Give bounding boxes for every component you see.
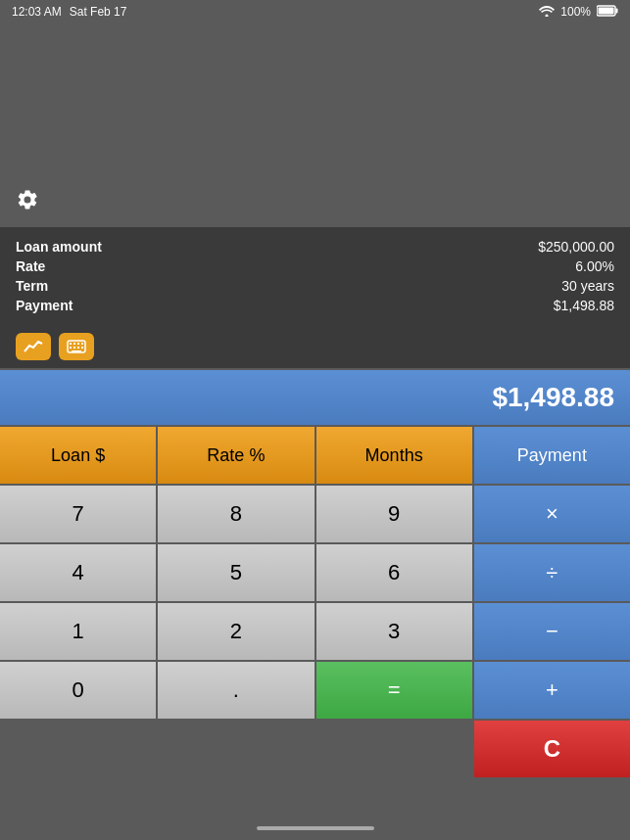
- wifi-icon: [539, 5, 555, 20]
- svg-rect-9: [70, 347, 72, 349]
- empty-cell-1: [158, 721, 314, 777]
- chart-icon-btn[interactable]: [16, 333, 51, 360]
- op-btn-+[interactable]: +: [474, 662, 630, 719]
- empty-cell-0: [0, 721, 156, 777]
- status-right: 100%: [539, 5, 618, 20]
- num-btn-4[interactable]: 4: [0, 544, 156, 601]
- num-btn-dot[interactable]: .: [158, 662, 314, 719]
- num-btn-0[interactable]: 0: [0, 662, 156, 719]
- gear-button[interactable]: [16, 188, 39, 215]
- result-bar: $1,498.88: [0, 370, 630, 425]
- header-btn-months[interactable]: Months: [316, 427, 472, 484]
- icon-row: [0, 325, 630, 368]
- svg-rect-13: [72, 350, 81, 352]
- info-label: Rate: [16, 258, 45, 274]
- info-row: Payment $1,498.88: [16, 296, 614, 315]
- svg-rect-7: [77, 343, 79, 345]
- svg-rect-6: [73, 343, 75, 345]
- svg-point-0: [546, 14, 549, 17]
- calc-grid: Loan $Rate %MonthsPayment789×456÷123−0.=…: [0, 427, 630, 777]
- svg-rect-5: [70, 343, 72, 345]
- op-btn-×[interactable]: ×: [474, 486, 630, 542]
- op-btn-−[interactable]: −: [474, 603, 630, 660]
- svg-rect-12: [81, 347, 83, 349]
- settings-area: [0, 180, 630, 223]
- clear-btn[interactable]: C: [474, 721, 630, 777]
- num-btn-6[interactable]: 6: [316, 544, 472, 601]
- status-time: 12:03 AM: [12, 5, 62, 19]
- chart-icon: [24, 339, 43, 354]
- num-btn-9[interactable]: 9: [316, 486, 472, 542]
- svg-rect-2: [616, 8, 618, 13]
- info-row: Loan amount $250,000.00: [16, 237, 614, 257]
- battery-label: 100%: [560, 5, 591, 19]
- info-value: $1,498.88: [554, 298, 614, 313]
- info-row: Term 30 years: [16, 276, 614, 296]
- header-btn-loan[interactable]: Loan $: [0, 427, 156, 484]
- result-value: $1,498.88: [492, 382, 614, 412]
- info-label: Term: [16, 278, 48, 294]
- num-btn-1[interactable]: 1: [0, 603, 156, 660]
- gear-icon: [16, 188, 39, 211]
- status-date: Sat Feb 17: [70, 5, 127, 19]
- info-panel: Loan amount $250,000.00 Rate 6.00% Term …: [0, 227, 630, 325]
- num-btn-5[interactable]: 5: [158, 544, 314, 601]
- status-bar: 12:03 AM Sat Feb 17 100%: [0, 0, 630, 23]
- num-btn-3[interactable]: 3: [316, 603, 472, 660]
- svg-rect-8: [81, 343, 83, 345]
- info-value: 30 years: [561, 278, 614, 294]
- svg-rect-3: [599, 7, 614, 14]
- header-btn-rate[interactable]: Rate %: [158, 427, 314, 484]
- keyboard-icon: [67, 340, 86, 353]
- num-btn-2[interactable]: 2: [158, 603, 314, 660]
- bottom-bar: [257, 826, 374, 830]
- info-value: $250,000.00: [538, 239, 614, 255]
- info-label: Payment: [16, 298, 73, 313]
- empty-cell-2: [316, 721, 472, 777]
- svg-rect-10: [73, 347, 75, 349]
- info-row: Rate 6.00%: [16, 257, 614, 276]
- equals-btn[interactable]: =: [316, 662, 472, 719]
- header-btn-payment[interactable]: Payment: [474, 427, 630, 484]
- num-btn-7[interactable]: 7: [0, 486, 156, 542]
- op-btn-÷[interactable]: ÷: [474, 544, 630, 601]
- keyboard-icon-btn[interactable]: [59, 333, 94, 360]
- info-value: 6.00%: [575, 258, 614, 274]
- battery-icon: [597, 5, 618, 20]
- num-btn-8[interactable]: 8: [158, 486, 314, 542]
- info-label: Loan amount: [16, 239, 102, 255]
- svg-rect-11: [77, 347, 79, 349]
